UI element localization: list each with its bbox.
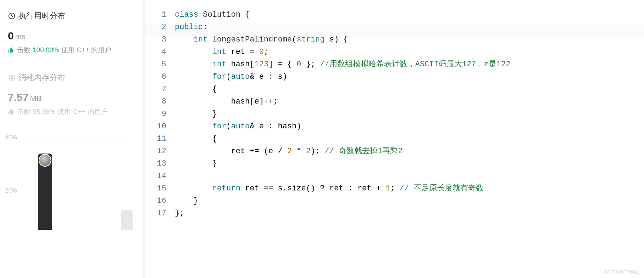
svg-rect-1	[10, 76, 14, 80]
runtime-value: 0ms	[8, 30, 135, 42]
svg-point-2	[11, 77, 12, 78]
code-panel: 1 2 3 4 5 6 7 8 9 10 11 12 13 14 15 16 1…	[143, 0, 644, 278]
runtime-distribution-chart: 40% 20%	[8, 130, 135, 230]
runtime-title: 执行用时分布	[18, 11, 65, 21]
runtime-section-header: 执行用时分布	[8, 11, 135, 21]
watermark: CSDN @GR鲸鱼	[604, 269, 639, 275]
runtime-beat-line: 击败 100.00% 使用 C++ 的用户	[8, 45, 135, 55]
stats-sidebar: 执行用时分布 0ms 击败 100.00% 使用 C++ 的用户 消耗内存分布 …	[0, 0, 143, 278]
y-tick-20: 20%	[5, 187, 17, 194]
avatar[interactable]	[39, 154, 51, 167]
clock-icon	[8, 12, 16, 20]
y-tick-40: 40%	[5, 134, 17, 141]
memory-value: 7.57MB	[8, 91, 135, 104]
clap-icon	[8, 46, 15, 54]
line-number-gutter: 1 2 3 4 5 6 7 8 9 10 11 12 13 14 15 16 1…	[143, 9, 175, 278]
memory-title: 消耗内存分布	[18, 72, 65, 83]
memory-section-header: 消耗内存分布	[8, 72, 135, 83]
clap-icon	[8, 108, 15, 115]
code-content[interactable]: class Solution { public: int longestPali…	[175, 9, 644, 278]
chip-icon	[8, 74, 16, 82]
chart-bar-other[interactable]	[121, 210, 133, 230]
memory-beat-line: 击败 95.36% 使用 C++ 的用户	[8, 107, 135, 116]
